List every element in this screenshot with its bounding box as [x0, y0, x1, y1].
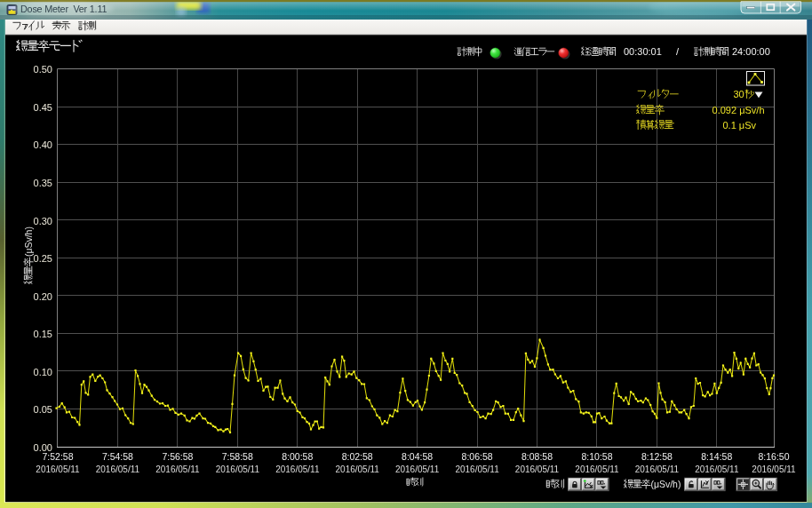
svg-text:8:00:58: 8:00:58 — [282, 451, 313, 462]
svg-text:2016/05/11: 2016/05/11 — [575, 464, 619, 474]
svg-text:2016/05/11: 2016/05/11 — [752, 464, 796, 474]
svg-text:2016/05/11: 2016/05/11 — [515, 464, 560, 474]
svg-text:2016/05/11: 2016/05/11 — [455, 464, 499, 474]
svg-text:(μSv/h): (μSv/h) — [23, 226, 34, 257]
svg-text:0.35: 0.35 — [34, 178, 52, 188]
svg-text:0.25: 0.25 — [34, 253, 52, 264]
svg-text:0.45: 0.45 — [34, 102, 52, 113]
svg-text:0.30: 0.30 — [34, 216, 52, 226]
svg-text:8:14:58: 8:14:58 — [701, 451, 732, 462]
svg-text:(μSv/h): (μSv/h) — [650, 479, 681, 489]
svg-text:8:16:50: 8:16:50 — [758, 451, 789, 462]
svg-text:0.50: 0.50 — [34, 64, 52, 75]
svg-text:7:54:58: 7:54:58 — [102, 451, 133, 462]
svg-text:8:02:58: 8:02:58 — [342, 451, 373, 462]
svg-text:2016/05/11: 2016/05/11 — [155, 464, 200, 474]
svg-text:0.10: 0.10 — [34, 367, 52, 377]
svg-text:8:12:58: 8:12:58 — [641, 451, 673, 462]
svg-text:0.05: 0.05 — [34, 404, 52, 415]
svg-text:24:00:00: 24:00:00 — [732, 46, 770, 57]
svg-text:Dose Meter Ver 1.11: Dose Meter Ver 1.11 — [20, 4, 107, 14]
svg-text:0.092 μSv/h: 0.092 μSv/h — [712, 105, 765, 115]
svg-text:0.40: 0.40 — [34, 139, 52, 150]
svg-text:2016/05/11: 2016/05/11 — [96, 464, 140, 474]
svg-text:2016/05/11: 2016/05/11 — [36, 464, 80, 474]
svg-text:7:58:58: 7:58:58 — [222, 451, 253, 462]
svg-text:7:52:58: 7:52:58 — [42, 451, 73, 462]
svg-text:2016/05/11: 2016/05/11 — [216, 464, 260, 474]
svg-text:8:10:58: 8:10:58 — [581, 451, 612, 462]
svg-text:2016/05/11: 2016/05/11 — [395, 464, 440, 474]
svg-text:2016/05/11: 2016/05/11 — [635, 464, 680, 474]
svg-text:2016/05/11: 2016/05/11 — [336, 464, 380, 474]
svg-text:7:56:58: 7:56:58 — [162, 451, 193, 462]
svg-text:8:04:58: 8:04:58 — [402, 451, 433, 462]
svg-text:8:06:58: 8:06:58 — [462, 451, 493, 462]
svg-text:2016/05/11: 2016/05/11 — [275, 464, 320, 474]
svg-text:0.20: 0.20 — [34, 291, 52, 302]
svg-text:0.1 μSv: 0.1 μSv — [722, 120, 756, 131]
svg-text:00:30:01: 00:30:01 — [624, 46, 662, 57]
svg-text:8:08:58: 8:08:58 — [521, 451, 553, 462]
svg-text:2016/05/11: 2016/05/11 — [695, 464, 739, 474]
svg-text:0.15: 0.15 — [34, 329, 52, 339]
svg-text:30: 30 — [734, 89, 744, 99]
